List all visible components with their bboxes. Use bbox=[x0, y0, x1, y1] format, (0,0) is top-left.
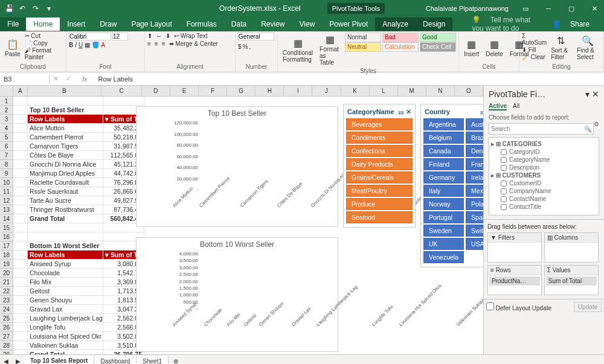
col-header[interactable]: D bbox=[142, 86, 170, 97]
tab-view[interactable]: View bbox=[292, 18, 323, 31]
cell[interactable]: Louisiana Hot Spiced Okr bbox=[28, 332, 103, 341]
tab-pagelayout[interactable]: Page Layout bbox=[124, 18, 179, 31]
field-item[interactable]: Description bbox=[491, 164, 597, 171]
delete-cells-button[interactable]: ▦Delete bbox=[483, 33, 506, 63]
slicer-item[interactable]: Argentina bbox=[423, 118, 464, 130]
cell[interactable] bbox=[103, 97, 144, 106]
redo-icon[interactable]: ↷ bbox=[30, 3, 41, 14]
col-header[interactable]: B bbox=[28, 86, 102, 97]
maximize-icon[interactable]: ▢ bbox=[562, 0, 581, 17]
cell[interactable]: Row Labels bbox=[28, 115, 103, 124]
align-mid-icon[interactable]: ↔ bbox=[156, 33, 162, 39]
tab-draw[interactable]: Draw bbox=[92, 18, 124, 31]
field-item[interactable]: CompanyName bbox=[491, 188, 597, 194]
row-header[interactable]: 25 bbox=[0, 314, 13, 323]
cell[interactable] bbox=[13, 332, 28, 341]
align-center-icon[interactable]: ≡ bbox=[155, 40, 158, 47]
cell[interactable] bbox=[13, 278, 28, 287]
align-right-icon[interactable]: ≡ bbox=[162, 40, 165, 47]
slicer-item[interactable]: Finland bbox=[423, 158, 464, 170]
slicer-item[interactable]: USA bbox=[466, 238, 483, 250]
row-header[interactable]: 23 bbox=[0, 296, 13, 305]
row-header[interactable]: 15 bbox=[0, 223, 13, 232]
chart-top10[interactable]: Top 10 Best Seller 120,000.00100,000.008… bbox=[136, 106, 338, 227]
cell[interactable]: Côtes De Blaye bbox=[28, 151, 103, 160]
row-header[interactable]: 1 bbox=[0, 97, 13, 106]
cell[interactable]: Gravad Lax bbox=[28, 305, 103, 314]
formula-input[interactable]: Row Labels bbox=[95, 74, 604, 84]
cell[interactable] bbox=[13, 251, 28, 260]
select-all-corner[interactable] bbox=[0, 86, 13, 97]
font-size-select[interactable] bbox=[112, 33, 128, 40]
row-header[interactable]: 14 bbox=[0, 214, 13, 223]
row-header[interactable]: 11 bbox=[0, 187, 13, 196]
cell[interactable]: Bottom 10 Worst Seller bbox=[28, 241, 103, 251]
cell[interactable] bbox=[13, 169, 28, 178]
cell[interactable] bbox=[13, 232, 28, 241]
tab-design[interactable]: Design bbox=[416, 18, 452, 31]
name-box[interactable]: B3 bbox=[0, 74, 50, 84]
col-header[interactable]: I bbox=[284, 86, 312, 97]
row-header[interactable]: 20 bbox=[0, 269, 13, 278]
cell[interactable] bbox=[13, 241, 28, 251]
cell[interactable] bbox=[13, 160, 28, 169]
cell[interactable] bbox=[13, 106, 28, 115]
underline-button[interactable]: U bbox=[79, 42, 83, 48]
sheet-tab-2[interactable]: Dashboard bbox=[94, 356, 137, 364]
col-header[interactable]: N bbox=[426, 86, 455, 97]
cell[interactable] bbox=[13, 205, 28, 214]
cell[interactable]: Longlife Tofu bbox=[28, 323, 103, 332]
cell[interactable] bbox=[13, 124, 28, 133]
cell[interactable] bbox=[13, 296, 28, 305]
chart-bottom10[interactable]: Bottom 10 Worst Seller 4,000.003,500.003… bbox=[136, 237, 338, 352]
field-group[interactable]: ▸ ⊞ CUSTOMERS bbox=[491, 172, 597, 179]
save-icon[interactable]: 💾 bbox=[4, 3, 14, 14]
cell[interactable]: Raclette Courdavault bbox=[28, 178, 103, 187]
cancel-formula-icon[interactable]: ✕ bbox=[50, 75, 62, 83]
cell[interactable]: Aniseed Syrup bbox=[28, 260, 103, 269]
slicer-item[interactable]: Germany bbox=[423, 171, 464, 184]
slicer-item[interactable]: Beverages bbox=[346, 118, 413, 130]
cell[interactable]: Gnocchi Di Nonna Alice bbox=[28, 160, 103, 169]
col-header[interactable]: H bbox=[255, 86, 284, 97]
cell[interactable]: Valkoinen Suklaa bbox=[28, 341, 103, 350]
cell[interactable] bbox=[13, 287, 28, 296]
field-item[interactable]: CategoryID bbox=[491, 148, 597, 155]
cell[interactable] bbox=[13, 323, 28, 332]
col-header[interactable]: A bbox=[13, 86, 28, 97]
comma-icon[interactable]: , bbox=[249, 43, 251, 50]
area-filters[interactable]: ▼ Filters bbox=[487, 232, 542, 263]
cell[interactable]: Geitost bbox=[28, 287, 103, 296]
cell[interactable] bbox=[13, 269, 28, 278]
tab-insert[interactable]: Insert bbox=[60, 18, 92, 31]
field-item[interactable]: CustomerID bbox=[491, 180, 597, 187]
font-name-select[interactable] bbox=[69, 33, 111, 40]
pane-settings-icon[interactable]: ⚙ bbox=[594, 121, 599, 127]
cell[interactable] bbox=[13, 97, 28, 106]
style-good[interactable]: Good bbox=[420, 33, 456, 42]
slicer-item[interactable]: Confections bbox=[346, 145, 413, 157]
tab-powerpivot[interactable]: Power Pivot bbox=[322, 18, 375, 31]
undo-icon[interactable]: ↶ bbox=[17, 3, 28, 14]
slicer-item[interactable]: Spain bbox=[466, 211, 483, 223]
sheet-nav-prev-icon[interactable]: ◀ bbox=[0, 358, 12, 364]
cell[interactable]: Carnarvon Tigers bbox=[28, 142, 103, 151]
tellme-input[interactable]: 💡 Tell me what you want to do bbox=[464, 13, 544, 35]
row-header[interactable]: 17 bbox=[0, 241, 13, 251]
slicer-item[interactable]: Meat/Poultry bbox=[346, 185, 413, 197]
row-header[interactable]: 24 bbox=[0, 305, 13, 314]
number-format-select[interactable] bbox=[238, 33, 274, 40]
col-header[interactable]: L bbox=[370, 86, 398, 97]
cell[interactable]: Manjimup Dried Apples bbox=[28, 169, 103, 178]
col-header[interactable]: J bbox=[312, 86, 341, 97]
share-button[interactable]: 👤 Share bbox=[545, 18, 604, 31]
cell[interactable] bbox=[28, 97, 103, 106]
fill-color-button[interactable]: 🪣 bbox=[92, 42, 99, 48]
slicer-item[interactable]: Brazil bbox=[466, 132, 483, 144]
user-name[interactable]: Chalaivate Pipatpannawong bbox=[422, 5, 512, 12]
pane-tab-all[interactable]: All bbox=[513, 103, 519, 110]
wrap-text-button[interactable]: ↩ Wrap Text bbox=[174, 33, 207, 39]
cell[interactable]: Grand Total bbox=[28, 214, 103, 223]
tab-data[interactable]: Data bbox=[224, 18, 254, 31]
slicer-filter-icon[interactable]: ⚏ ⨯ bbox=[480, 108, 483, 116]
